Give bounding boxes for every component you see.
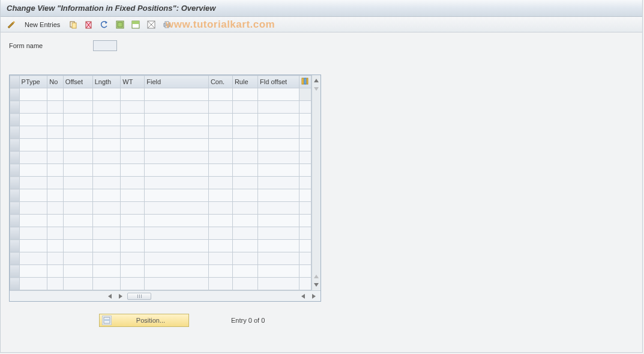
cell[interactable] xyxy=(121,278,145,290)
cell[interactable] xyxy=(92,202,121,215)
table-row[interactable] xyxy=(10,177,311,189)
table-row[interactable] xyxy=(10,240,311,252)
cell[interactable] xyxy=(121,114,145,126)
cell[interactable] xyxy=(208,114,232,126)
cell[interactable] xyxy=(47,177,64,189)
row-selector[interactable] xyxy=(10,114,20,126)
cell[interactable] xyxy=(208,177,232,189)
cell[interactable] xyxy=(19,164,47,177)
row-selector[interactable] xyxy=(10,164,20,177)
cell[interactable] xyxy=(121,151,145,164)
cell[interactable] xyxy=(63,278,92,290)
cell[interactable] xyxy=(19,126,47,139)
row-selector[interactable] xyxy=(10,278,20,290)
delete-icon[interactable] xyxy=(82,19,96,31)
cell[interactable] xyxy=(121,88,145,101)
cell[interactable] xyxy=(145,252,209,265)
cell[interactable] xyxy=(121,202,145,215)
scroll-up-icon[interactable] xyxy=(312,76,320,85)
table-row[interactable] xyxy=(10,151,311,164)
cell[interactable] xyxy=(232,88,257,101)
cell[interactable] xyxy=(92,114,121,126)
cell[interactable] xyxy=(232,227,257,240)
cell[interactable] xyxy=(19,139,47,151)
cell[interactable] xyxy=(92,278,121,290)
cell[interactable] xyxy=(19,252,47,265)
cell[interactable] xyxy=(92,101,121,114)
cell[interactable] xyxy=(208,164,232,177)
cell[interactable] xyxy=(258,177,299,189)
copy-icon[interactable] xyxy=(66,19,80,31)
cell[interactable] xyxy=(19,215,47,227)
cell[interactable] xyxy=(63,215,92,227)
cell[interactable] xyxy=(258,202,299,215)
cell[interactable] xyxy=(121,252,145,265)
cell[interactable] xyxy=(145,240,209,252)
cell[interactable] xyxy=(258,227,299,240)
cell[interactable] xyxy=(19,101,47,114)
cell[interactable] xyxy=(208,278,232,290)
table-row[interactable] xyxy=(10,265,311,278)
cell[interactable] xyxy=(258,240,299,252)
cell[interactable] xyxy=(121,164,145,177)
form-name-input[interactable] xyxy=(93,40,117,51)
cell[interactable] xyxy=(232,151,257,164)
cell[interactable] xyxy=(47,202,64,215)
scroll-down2-icon[interactable] xyxy=(312,272,320,281)
cell[interactable] xyxy=(258,151,299,164)
cell[interactable] xyxy=(258,114,299,126)
cell[interactable] xyxy=(232,189,257,202)
cell[interactable] xyxy=(145,189,209,202)
scroll-up2-icon[interactable] xyxy=(312,85,320,93)
cell[interactable] xyxy=(63,114,92,126)
table-row[interactable] xyxy=(10,189,311,202)
cell[interactable] xyxy=(258,189,299,202)
cell[interactable] xyxy=(232,177,257,189)
row-selector[interactable] xyxy=(10,215,20,227)
cell[interactable] xyxy=(258,164,299,177)
cell[interactable] xyxy=(145,126,209,139)
cell[interactable] xyxy=(232,139,257,151)
cell[interactable] xyxy=(47,278,64,290)
col-header[interactable]: Field xyxy=(145,76,209,88)
cell[interactable] xyxy=(92,252,121,265)
cell[interactable] xyxy=(47,164,64,177)
scroll-left2-icon[interactable] xyxy=(299,292,307,301)
select-all-icon[interactable] xyxy=(113,19,127,31)
cell[interactable] xyxy=(92,151,121,164)
cell[interactable] xyxy=(47,265,64,278)
cell[interactable] xyxy=(208,265,232,278)
row-selector[interactable] xyxy=(10,252,20,265)
cell[interactable] xyxy=(47,126,64,139)
cell[interactable] xyxy=(258,139,299,151)
cell[interactable] xyxy=(121,240,145,252)
configure-columns-icon[interactable] xyxy=(299,76,311,88)
cell[interactable] xyxy=(19,240,47,252)
cell[interactable] xyxy=(19,189,47,202)
cell[interactable] xyxy=(258,215,299,227)
cell[interactable] xyxy=(63,151,92,164)
cell[interactable] xyxy=(258,252,299,265)
col-header[interactable]: Rule xyxy=(232,76,257,88)
cell[interactable] xyxy=(47,139,64,151)
cell[interactable] xyxy=(232,265,257,278)
table-row[interactable] xyxy=(10,215,311,227)
row-selector[interactable] xyxy=(10,265,20,278)
cell[interactable] xyxy=(19,265,47,278)
cell[interactable] xyxy=(92,240,121,252)
cell[interactable] xyxy=(92,139,121,151)
cell[interactable] xyxy=(92,227,121,240)
cell[interactable] xyxy=(208,88,232,101)
cell[interactable] xyxy=(145,151,209,164)
cell[interactable] xyxy=(19,114,47,126)
cell[interactable] xyxy=(19,227,47,240)
cell[interactable] xyxy=(121,126,145,139)
cell[interactable] xyxy=(92,215,121,227)
select-all-corner[interactable] xyxy=(10,76,20,88)
cell[interactable] xyxy=(92,164,121,177)
row-selector[interactable] xyxy=(10,202,20,215)
table-row[interactable] xyxy=(10,88,311,101)
table-row[interactable] xyxy=(10,139,311,151)
cell[interactable] xyxy=(145,139,209,151)
row-selector[interactable] xyxy=(10,88,20,101)
